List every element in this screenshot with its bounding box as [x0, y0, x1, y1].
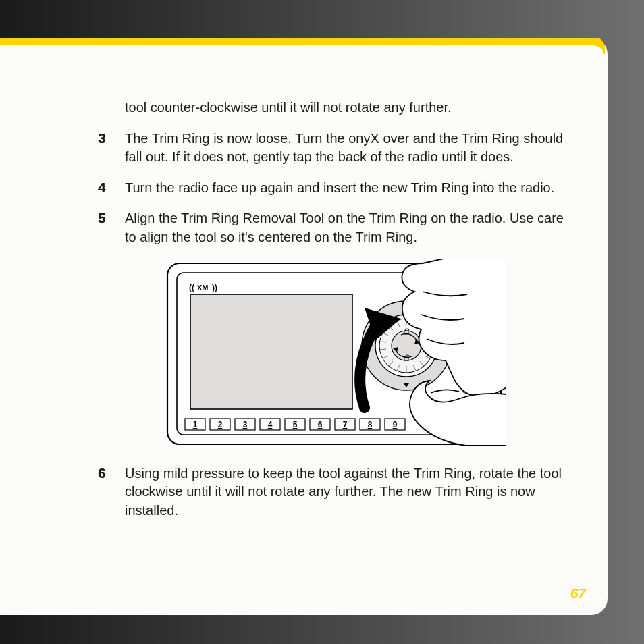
page-number: 67	[570, 585, 586, 601]
svg-text:5: 5	[293, 420, 298, 429]
step-number: 6	[98, 464, 125, 520]
step-text: The Trim Ring is now loose. Turn the ony…	[125, 130, 570, 167]
xm-logo: (( XM ))	[189, 283, 217, 292]
svg-text:9: 9	[393, 420, 398, 429]
continuation-line: tool counter-clockwise until it will not…	[125, 99, 570, 117]
step-number: 4	[98, 179, 125, 198]
svg-text:((: ((	[189, 283, 194, 292]
svg-text:3: 3	[243, 420, 248, 429]
manual-page: tool counter-clockwise until it will not…	[0, 38, 608, 615]
svg-text:6: 6	[318, 420, 323, 429]
step-4: 4 Turn the radio face up again and inser…	[98, 179, 570, 198]
trim-ring-illustration: (( XM ))	[98, 259, 570, 448]
svg-text:7: 7	[343, 420, 348, 429]
step-5: 5 Align the Trim Ring Removal Tool on th…	[98, 209, 570, 246]
radio-illustration-svg: (( XM ))	[162, 259, 506, 448]
svg-text:)): ))	[212, 283, 217, 292]
svg-rect-5	[190, 294, 352, 409]
step-number: 3	[98, 130, 125, 167]
preset-row: 1 2 3 4 5 6 7 8 9	[185, 419, 405, 430]
svg-point-27	[392, 331, 421, 360]
svg-text:1: 1	[193, 420, 198, 429]
step-number: 5	[98, 209, 125, 246]
step-6: 6 Using mild pressure to keep the tool a…	[98, 464, 570, 520]
step-text: Turn the radio face up again and insert …	[125, 179, 570, 198]
step-text: Using mild pressure to keep the tool aga…	[125, 464, 570, 520]
svg-text:8: 8	[368, 420, 373, 429]
step-3: 3 The Trim Ring is now loose. Turn the o…	[98, 130, 570, 167]
page-content: tool counter-clockwise until it will not…	[98, 99, 570, 532]
svg-text:XM: XM	[197, 284, 209, 292]
svg-text:2: 2	[218, 420, 223, 429]
header-yellow-bar	[0, 38, 603, 45]
svg-text:4: 4	[268, 420, 273, 429]
step-text: Align the Trim Ring Removal Tool on the …	[125, 209, 570, 246]
